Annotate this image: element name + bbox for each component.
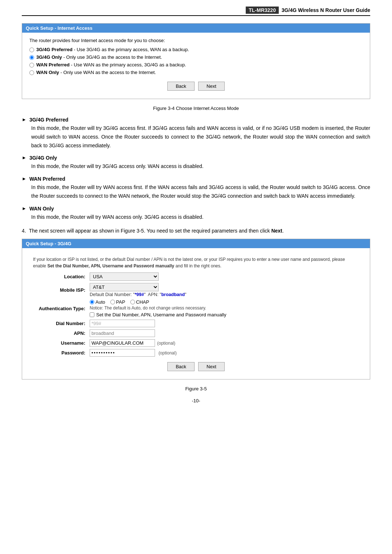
section4-title: WAN Only	[29, 206, 54, 212]
mobile-isp-select[interactable]: AT&T	[90, 283, 159, 291]
panel1-next-button[interactable]: Next	[198, 82, 225, 91]
auth-chap-radio[interactable]	[130, 300, 135, 304]
radio-option-2: 3G/4G Only - Only use 3G/4G as the acces…	[29, 54, 363, 60]
option1-bold: 3G/4G Preferred	[36, 47, 73, 52]
option2-rest: - Only use 3G/4G as the access to the In…	[62, 54, 162, 60]
panel2-btn-row: Back Next	[29, 358, 363, 374]
section1-body: In this mode, the Router will try 3G/4G …	[31, 124, 370, 150]
radio-option-3: WAN Preferred - Use WAN as the primary a…	[29, 62, 363, 67]
password-label: Password:	[29, 348, 87, 358]
section1-title: 3G/4G Preferred	[29, 117, 68, 123]
auth-auto-radio[interactable]	[90, 300, 94, 304]
form-row-mobile-isp: Mobile ISP: AT&T Default Dial Number: "*…	[29, 282, 363, 298]
option3-bold: WAN Preferred	[36, 62, 70, 67]
form-row-dial-number: Dial Number:	[29, 319, 363, 328]
radio-wan-only[interactable]	[29, 70, 34, 75]
radio-option-4: WAN Only - Only use WAN as the access to…	[29, 70, 363, 75]
manual-checkbox-row: Set the Dial Number, APN, Username and P…	[90, 312, 360, 317]
dial-number-input[interactable]	[90, 320, 155, 327]
auth-chap-label[interactable]: CHAP	[130, 299, 149, 305]
apn-label: APN:	[29, 328, 87, 338]
auth-radio-row: Auto PAP CHAP	[90, 299, 360, 305]
form-row-location: Location: USA	[29, 271, 363, 282]
location-select[interactable]: USA	[90, 272, 159, 281]
default-dial-number: *99#	[135, 292, 144, 297]
section3-title: WAN Preferred	[29, 176, 65, 182]
username-input[interactable]	[90, 339, 155, 347]
auth-pap-radio[interactable]	[110, 300, 115, 304]
username-label: Username:	[29, 338, 87, 348]
auth-type-label: Authentication Type:	[29, 298, 87, 319]
panel1-body: The router provides four Internet access…	[22, 33, 370, 99]
panel-internet-access: Quick Setup - Internet Access The router…	[22, 23, 370, 99]
model-label: TL-MR3220	[246, 7, 279, 14]
section4-body: In this mode, the Router will try WAN ac…	[31, 213, 370, 222]
auth-pap-text: PAP	[116, 299, 125, 305]
form-row-apn: APN:	[29, 328, 363, 338]
form-row-password: Password: (optional)	[29, 348, 363, 358]
password-optional: (optional)	[159, 350, 177, 356]
auth-chap-text: CHAP	[136, 299, 149, 305]
page-header: TL-MR3220 3G/4G Wireless N Router User G…	[22, 7, 370, 16]
numbered-item-4-text-before: The next screen will appear as shown in …	[29, 228, 271, 234]
section-wan-only: ► WAN Only In this mode, the Router will…	[22, 206, 370, 222]
section2-body: In this mode, the Router will try 3G/4G …	[31, 162, 370, 171]
panel1-intro: The router provides four Internet access…	[29, 38, 363, 43]
default-apn-value: broadband	[161, 292, 185, 297]
figure1-caption: Figure 3-4 Choose Internet Access Mode	[22, 106, 370, 111]
username-optional: (optional)	[157, 341, 175, 346]
form-row-username: Username: (optional)	[29, 338, 363, 348]
default-dial-info: Default Dial Number: "*99#" APN: "broadb…	[90, 292, 360, 297]
bullet-arrow-4: ►	[22, 206, 26, 211]
panel2-form-table: Location: USA Mobile ISP: AT&T Default D…	[29, 271, 363, 358]
radio-3g4g-preferred[interactable]	[29, 48, 34, 52]
dial-number-label: Dial Number:	[29, 319, 87, 328]
section2-title: 3G/4G Only	[29, 155, 57, 161]
section3-body: In this mode, the Router will try WAN ac…	[31, 183, 370, 201]
bullet-arrow-2: ►	[22, 155, 26, 160]
auth-notice: Notice: The default is Auto, do not chan…	[90, 305, 360, 311]
auth-auto-text: Auto	[95, 299, 105, 305]
numbered-item-4: 4. The next screen will appear as shown …	[22, 227, 370, 235]
section-wan-preferred: ► WAN Preferred In this mode, the Router…	[22, 176, 370, 201]
manual-checkbox-label: Set the Dial Number, APN, Username and P…	[96, 312, 226, 317]
option4-bold: WAN Only	[36, 70, 59, 75]
mobile-isp-label: Mobile ISP:	[29, 282, 87, 298]
radio-option-1: 3G/4G Preferred - Use 3G/4G as the prima…	[29, 47, 363, 52]
option2-bold: 3G/4G Only	[36, 54, 62, 60]
option3-rest: - Use WAN as the primary access, 3G/4G a…	[70, 62, 186, 67]
panel1-back-button[interactable]: Back	[167, 82, 195, 91]
panel1-btn-row: Back Next	[29, 77, 363, 94]
bullet-arrow-3: ►	[22, 176, 26, 181]
numbered-item-4-bold: Next	[271, 228, 282, 234]
section-3g4g-preferred: ► 3G/4G Preferred In this mode, the Rout…	[22, 117, 370, 150]
radio-3g4g-only[interactable]	[29, 55, 34, 60]
section-3g4g-only: ► 3G/4G Only In this mode, the Router wi…	[22, 155, 370, 171]
panel2-next-button[interactable]: Next	[198, 362, 225, 371]
manual-checkbox[interactable]	[90, 312, 94, 317]
figure2-caption: Figure 3-5	[22, 386, 370, 391]
panel2-info: If your location or ISP is not listed, o…	[29, 253, 363, 271]
panel2-info-bold: Set the Dial Number, APN, Username and P…	[47, 263, 174, 268]
panel-3g4g: Quick Setup - 3G/4G If your location or …	[22, 239, 370, 379]
apn-input[interactable]	[90, 329, 155, 337]
page-title: 3G/4G Wireless N Router User Guide	[282, 7, 370, 13]
form-row-auth-type: Authentication Type: Auto PAP	[29, 298, 363, 319]
numbered-item-4-text-after: .	[282, 228, 284, 234]
option4-rest: - Only use WAN as the access to the Inte…	[59, 70, 156, 75]
password-input[interactable]	[90, 349, 155, 357]
panel1-header: Quick Setup - Internet Access	[22, 24, 370, 33]
page-number: -10-	[22, 398, 370, 403]
panel2-back-button[interactable]: Back	[167, 362, 195, 371]
auth-pap-label[interactable]: PAP	[110, 299, 125, 305]
option1-rest: - Use 3G/4G as the primary access, WAN a…	[73, 47, 189, 52]
panel2-header: Quick Setup - 3G/4G	[22, 239, 370, 248]
auth-auto-label[interactable]: Auto	[90, 299, 105, 305]
panel2-body: If your location or ISP is not listed, o…	[22, 248, 370, 379]
numbered-item-4-number: 4.	[22, 227, 26, 235]
bullet-arrow-1: ►	[22, 117, 26, 122]
location-label: Location:	[29, 271, 87, 282]
radio-wan-preferred[interactable]	[29, 63, 34, 67]
